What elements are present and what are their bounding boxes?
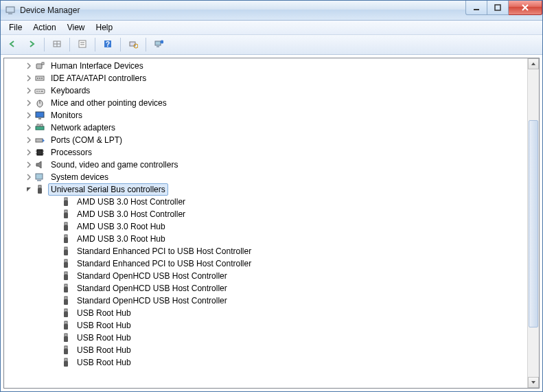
tree-device[interactable]: AMD USB 3.0 Root Hub: [4, 220, 528, 233]
close-button[interactable]: [509, 1, 542, 15]
svg-rect-29: [36, 112, 44, 117]
minimize-button[interactable]: [465, 1, 487, 15]
vertical-scrollbar[interactable]: [527, 58, 539, 388]
category-label: Universal Serial Bus controllers: [48, 183, 168, 196]
maximize-button[interactable]: [487, 1, 509, 15]
usb-device-icon: [60, 357, 71, 368]
tree-category[interactable]: Keyboards: [4, 84, 528, 97]
forward-button[interactable]: [23, 36, 41, 53]
titlebar[interactable]: Device Manager: [1, 1, 542, 21]
port-icon: [34, 135, 45, 146]
svg-rect-3: [495, 5, 500, 10]
tree-category[interactable]: Processors: [4, 146, 528, 159]
category-label: IDE ATA/ATAPI controllers: [48, 72, 149, 84]
svg-rect-70: [65, 358, 67, 361]
svg-rect-9: [80, 44, 84, 45]
tree-category-usb[interactable]: Universal Serial Bus controllers: [4, 183, 528, 196]
menu-view[interactable]: View: [62, 21, 91, 34]
tree-device[interactable]: USB Root Hub: [4, 332, 528, 344]
svg-rect-24: [36, 91, 38, 92]
scroll-up-button[interactable]: [528, 58, 539, 69]
tree-device[interactable]: Standard Enhanced PCI to USB Host Contro…: [4, 257, 528, 270]
svg-rect-58: [65, 284, 67, 287]
show-hidden-button[interactable]: [48, 36, 66, 53]
scrollbar-thumb[interactable]: [529, 120, 538, 327]
separator: [95, 38, 95, 51]
tree-device[interactable]: Standard OpenHCD USB Host Controller: [4, 295, 528, 307]
svg-rect-12: [130, 42, 135, 46]
tree-device[interactable]: Standard Enhanced PCI to USB Host Contro…: [4, 245, 528, 257]
tree-category[interactable]: Monitors: [4, 109, 528, 122]
tree-category[interactable]: Sound, video and game controllers: [4, 159, 528, 171]
back-button[interactable]: [3, 36, 21, 53]
window-title: Device Manager: [20, 5, 80, 15]
tree-device[interactable]: AMD USB 3.0 Root Hub: [4, 233, 528, 245]
svg-rect-47: [64, 213, 68, 218]
svg-point-20: [37, 78, 38, 79]
svg-rect-69: [64, 349, 68, 354]
expand-icon[interactable]: [23, 161, 34, 168]
expand-icon[interactable]: [23, 137, 34, 143]
help-button[interactable]: ?: [99, 36, 117, 53]
device-label: Standard OpenHCD USB Host Controller: [74, 295, 230, 307]
toolbar: ?: [1, 35, 542, 55]
svg-rect-61: [64, 299, 68, 305]
app-icon: [5, 5, 16, 16]
content-area: Human Interface Devices IDE ATA/ATAPI co…: [3, 58, 540, 389]
svg-rect-43: [38, 188, 42, 194]
svg-rect-62: [65, 309, 67, 312]
device-tree[interactable]: Human Interface Devices IDE ATA/ATAPI co…: [4, 58, 528, 388]
cpu-icon: [34, 147, 45, 158]
expand-icon[interactable]: [23, 124, 34, 131]
menu-file[interactable]: File: [3, 21, 27, 34]
expand-icon[interactable]: [23, 112, 34, 119]
menu-action[interactable]: Action: [27, 21, 61, 34]
tree-device[interactable]: USB Root Hub: [4, 356, 528, 369]
expand-icon[interactable]: [23, 75, 34, 82]
expand-icon[interactable]: [23, 174, 34, 181]
tree-device[interactable]: USB Root Hub: [4, 307, 528, 319]
computer-icon: [154, 39, 163, 51]
category-label: Network adapters: [48, 122, 118, 134]
svg-rect-40: [36, 174, 43, 179]
svg-rect-63: [64, 312, 68, 317]
svg-rect-33: [41, 124, 43, 126]
scroll-down-button[interactable]: [528, 377, 539, 388]
svg-rect-26: [41, 91, 43, 92]
uninstall-button[interactable]: [150, 36, 167, 53]
tree-category[interactable]: Network adapters: [4, 122, 528, 134]
tree-category[interactable]: Human Interface Devices: [4, 60, 528, 72]
usb-device-icon: [60, 209, 71, 220]
menu-help[interactable]: Help: [91, 21, 119, 34]
net-icon: [34, 122, 45, 133]
expand-icon[interactable]: [23, 149, 34, 156]
tree-device[interactable]: Standard OpenHCD USB Host Controller: [4, 270, 528, 282]
device-label: AMD USB 3.0 Host Controller: [74, 196, 188, 208]
svg-rect-32: [37, 124, 39, 126]
expand-icon[interactable]: [23, 62, 34, 69]
properties-button[interactable]: [73, 36, 91, 53]
tree-device[interactable]: USB Root Hub: [4, 319, 528, 332]
help-icon: ?: [103, 39, 113, 51]
svg-rect-60: [65, 297, 67, 299]
properties-icon: [78, 39, 87, 51]
svg-rect-25: [38, 91, 40, 92]
tree-device[interactable]: AMD USB 3.0 Host Controller: [4, 208, 528, 220]
expand-icon[interactable]: [23, 87, 34, 94]
device-label: USB Root Hub: [74, 356, 134, 369]
separator: [44, 38, 45, 51]
tree-category[interactable]: System devices: [4, 171, 528, 183]
tree-category[interactable]: IDE ATA/ATAPI controllers: [4, 72, 528, 84]
expand-icon[interactable]: [23, 100, 34, 106]
svg-rect-18: [42, 62, 44, 65]
tree-device[interactable]: USB Root Hub: [4, 344, 528, 356]
usb-device-icon: [60, 196, 71, 207]
tree-category[interactable]: Mice and other pointing devices: [4, 97, 528, 109]
scan-hardware-button[interactable]: [124, 36, 142, 53]
tree-category[interactable]: Ports (COM & LPT): [4, 134, 528, 146]
device-label: Standard Enhanced PCI to USB Host Contro…: [74, 257, 254, 270]
tree-device[interactable]: AMD USB 3.0 Host Controller: [4, 196, 528, 208]
tree-device[interactable]: Standard OpenHCD USB Host Controller: [4, 282, 528, 295]
collapse-icon[interactable]: [23, 186, 34, 193]
device-label: USB Root Hub: [74, 344, 134, 356]
